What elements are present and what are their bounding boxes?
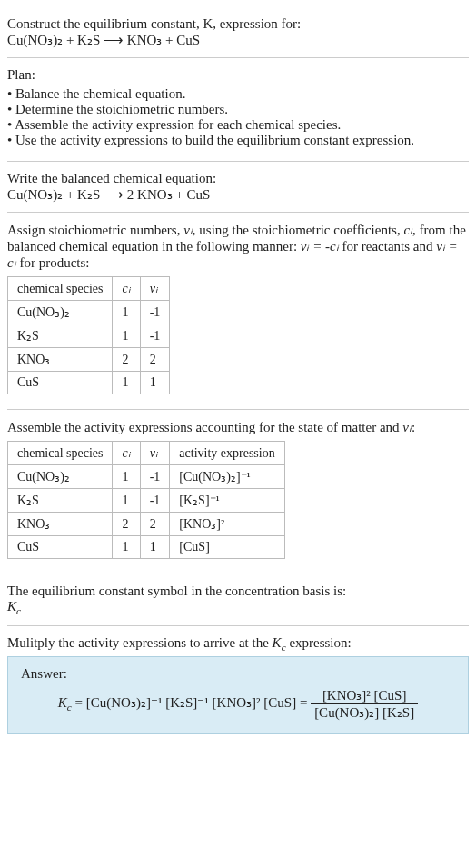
cell-ci: 1 (113, 372, 140, 394)
stoich-text: Assign stoichiometric numbers, (7, 223, 183, 237)
table-row: KNO₃ 2 2 (8, 348, 170, 372)
answer-equation: Kc = [Cu(NO₃)₂]⁻¹ [K₂S]⁻¹ [KNO₃]² [CuS] … (21, 687, 455, 721)
table-row: CuS 1 1 [CuS] (8, 536, 285, 559)
balanced-section: Write the balanced chemical equation: Cu… (7, 162, 469, 213)
activity-intro: Assemble the activity expressions accoun… (7, 419, 469, 435)
kc-symbol: Kc (7, 599, 469, 616)
fraction: [KNO₃]² [CuS] [Cu(NO₃)₂] [K₂S] (311, 687, 418, 721)
stoich-text: , using the stoichiometric coefficients, (193, 223, 404, 237)
kc-eq: Kc (58, 695, 72, 710)
intro-text: Construct the equilibrium constant, K, e… (7, 16, 301, 31)
cell-expr: [Cu(NO₃)₂]⁻¹ (170, 465, 284, 489)
intro-equation: Cu(NO₃)₂ + K₂S ⟶ KNO₃ + CuS (7, 32, 469, 48)
intro-section: Construct the equilibrium constant, K, e… (7, 7, 469, 58)
multiply-text: Mulitply the activity expressions to arr… (7, 635, 273, 650)
stoich-intro: Assign stoichiometric numbers, νᵢ, using… (7, 222, 469, 271)
stoich-table: chemical species cᵢ νᵢ Cu(NO₃)₂ 1 -1 K₂S… (7, 276, 170, 394)
cell-expr: [KNO₃]² (170, 513, 284, 536)
answer-label: Answer: (21, 666, 455, 682)
col-ci: cᵢ (113, 277, 140, 301)
cell-species: KNO₃ (8, 348, 113, 372)
cell-nu: -1 (140, 465, 170, 489)
cell-nu: -1 (140, 489, 170, 513)
multiply-line: Mulitply the activity expressions to arr… (7, 635, 469, 653)
table-row: KNO₃ 2 2 [KNO₃]² (8, 513, 285, 536)
stoich-text: for reactants and (339, 239, 436, 254)
cell-nu: 2 (140, 348, 170, 372)
cell-ci: 1 (113, 536, 140, 559)
activity-table: chemical species cᵢ νᵢ activity expressi… (7, 441, 285, 559)
cell-species: CuS (8, 536, 113, 559)
kc-symbol-line: The equilibrium constant symbol in the c… (7, 584, 469, 599)
cell-nu: 2 (140, 513, 170, 536)
cell-species: K₂S (8, 489, 113, 513)
multiply-section: Mulitply the activity expressions to arr… (7, 626, 469, 743)
eq-react: νᵢ = -cᵢ (301, 239, 339, 254)
cell-nu: -1 (140, 324, 170, 348)
cell-expr: [K₂S]⁻¹ (170, 489, 284, 513)
plan-item: Use the activity expressions to build th… (7, 133, 469, 148)
cell-species: Cu(NO₃)₂ (8, 465, 113, 489)
nu-symbol: νᵢ (183, 223, 193, 237)
eq-text: = [Cu(NO₃)₂]⁻¹ [K₂S]⁻¹ [KNO₃]² [CuS] = (75, 695, 312, 710)
table-row: Cu(NO₃)₂ 1 -1 [Cu(NO₃)₂]⁻¹ (8, 465, 285, 489)
col-expr: activity expression (170, 442, 284, 465)
activity-text: : (412, 420, 415, 434)
cell-species: KNO₃ (8, 513, 113, 536)
ci-symbol: cᵢ (403, 223, 412, 237)
answer-box: Answer: Kc = [Cu(NO₃)₂]⁻¹ [K₂S]⁻¹ [KNO₃]… (7, 656, 469, 734)
table-row: CuS 1 1 (8, 372, 170, 394)
col-species: chemical species (8, 442, 113, 465)
cell-species: CuS (8, 372, 113, 394)
cell-species: K₂S (8, 324, 113, 348)
cell-nu: 1 (140, 536, 170, 559)
kc-inline: Kc (273, 635, 286, 650)
table-row: K₂S 1 -1 [K₂S]⁻¹ (8, 489, 285, 513)
table-header-row: chemical species cᵢ νᵢ activity expressi… (8, 442, 285, 465)
cell-expr: [CuS] (170, 536, 284, 559)
plan-item: Determine the stoichiometric numbers. (7, 102, 469, 117)
nu-symbol: νᵢ (402, 420, 412, 434)
multiply-text: expression: (286, 635, 352, 650)
kc-symbol-section: The equilibrium constant symbol in the c… (7, 574, 469, 626)
balanced-equation: Cu(NO₃)₂ + K₂S ⟶ 2 KNO₃ + CuS (7, 186, 469, 203)
plan-item: Balance the chemical equation. (7, 86, 469, 102)
table-row: Cu(NO₃)₂ 1 -1 (8, 301, 170, 324)
fraction-den: [Cu(NO₃)₂] [K₂S] (311, 704, 418, 721)
activity-text: Assemble the activity expressions accoun… (7, 420, 402, 434)
balanced-header: Write the balanced chemical equation: (7, 171, 469, 186)
cell-ci: 1 (113, 301, 140, 324)
cell-ci: 2 (113, 348, 140, 372)
col-species: chemical species (8, 277, 113, 301)
cell-species: Cu(NO₃)₂ (8, 301, 113, 324)
col-ci: cᵢ (113, 442, 140, 465)
cell-nu: -1 (140, 301, 170, 324)
cell-ci: 1 (113, 465, 140, 489)
intro-line: Construct the equilibrium constant, K, e… (7, 16, 469, 32)
stoich-section: Assign stoichiometric numbers, νᵢ, using… (7, 213, 469, 410)
cell-ci: 1 (113, 324, 140, 348)
stoich-text: for products: (16, 255, 90, 270)
cell-ci: 1 (113, 489, 140, 513)
table-row: K₂S 1 -1 (8, 324, 170, 348)
col-nu: νᵢ (140, 277, 170, 301)
plan-section: Plan: Balance the chemical equation. Det… (7, 58, 469, 162)
fraction-num: [KNO₃]² [CuS] (311, 687, 418, 704)
plan-header: Plan: (7, 67, 469, 83)
plan-list: Balance the chemical equation. Determine… (7, 86, 469, 148)
cell-ci: 2 (113, 513, 140, 536)
plan-item: Assemble the activity expression for eac… (7, 117, 469, 133)
table-header-row: chemical species cᵢ νᵢ (8, 277, 170, 301)
col-nu: νᵢ (140, 442, 170, 465)
cell-nu: 1 (140, 372, 170, 394)
activity-section: Assemble the activity expressions accoun… (7, 410, 469, 574)
